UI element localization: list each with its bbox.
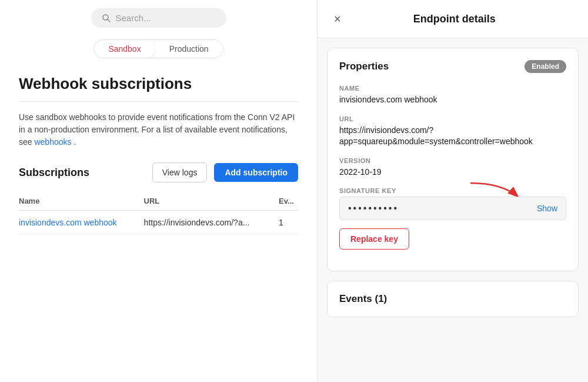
version-value: 2022-10-19 <box>339 167 566 178</box>
enabled-badge: Enabled <box>524 60 566 73</box>
page-title: Webhook subscriptions <box>19 75 298 93</box>
search-icon <box>102 14 111 23</box>
name-label: NAME <box>339 85 566 92</box>
subscriptions-header: Subscriptions View logs Add subscriptio <box>19 162 298 182</box>
signature-key-arrow-wrapper: •••••••••• Show <box>339 197 566 220</box>
webhooks-link[interactable]: webhooks <box>34 137 71 147</box>
webhook-name-link[interactable]: invisiondevs.com webhook <box>19 218 117 227</box>
properties-card: Properties Enabled NAME invisiondevs.com… <box>327 48 579 271</box>
close-button[interactable]: × <box>332 11 343 27</box>
replace-key-button[interactable]: Replace key <box>339 228 409 250</box>
toggle-container: Sandbox Production <box>93 39 223 58</box>
search-bar-container: Search... <box>19 0 298 39</box>
url-label: URL <box>339 115 566 122</box>
properties-card-header: Properties Enabled <box>339 60 566 73</box>
name-property: NAME invisiondevs.com webhook <box>339 85 566 106</box>
right-panel: × Endpoint details Properties Enabled NA… <box>318 0 588 382</box>
search-placeholder: Search... <box>116 13 151 23</box>
description-end: . <box>74 137 76 147</box>
version-label: VERSION <box>339 157 566 164</box>
signature-key-label: SIGNATURE KEY <box>339 187 566 194</box>
version-property: VERSION 2022-10-19 <box>339 157 566 178</box>
sandbox-tab[interactable]: Sandbox <box>94 40 155 58</box>
subscriptions-table: Name URL Ev... invisiondevs.com webhook … <box>19 192 298 235</box>
left-panel: Search... Sandbox Production Webhook sub… <box>0 0 318 382</box>
signature-key-field: •••••••••• Show <box>339 197 566 220</box>
description-text: Use sandbox webhooks to provide event no… <box>19 111 298 148</box>
panel-title: Endpoint details <box>353 13 574 25</box>
divider <box>19 101 298 102</box>
signature-key-dots: •••••••••• <box>348 203 537 214</box>
events-card-title: Events (1) <box>339 293 387 304</box>
url-property: URL https://invisiondevs.com/?app=square… <box>339 115 566 148</box>
add-subscription-button[interactable]: Add subscriptio <box>214 163 298 182</box>
col-header-events: Ev... <box>279 192 298 211</box>
events-card: Events (1) <box>327 281 579 317</box>
row-url-cell: https://invisiondevs.com/?a... <box>144 211 279 235</box>
col-header-url: URL <box>144 192 279 211</box>
env-toggle: Sandbox Production <box>19 39 298 58</box>
url-value: https://invisiondevs.com/?app=squareup&m… <box>339 125 566 148</box>
name-value: invisiondevs.com webhook <box>339 94 566 106</box>
panel-header: × Endpoint details <box>318 0 588 38</box>
svg-line-1 <box>108 19 110 22</box>
search-bar[interactable]: Search... <box>91 8 226 28</box>
row-events-cell: 1 <box>279 211 298 235</box>
table-row: invisiondevs.com webhook https://invisio… <box>19 211 298 235</box>
row-name-cell: invisiondevs.com webhook <box>19 211 144 235</box>
subscriptions-title: Subscriptions <box>19 167 145 179</box>
properties-card-title: Properties <box>339 61 389 72</box>
show-key-button[interactable]: Show <box>537 204 557 213</box>
view-logs-button[interactable]: View logs <box>152 162 208 182</box>
signature-key-property: SIGNATURE KEY •••••••••• Show Replace ke… <box>339 187 566 250</box>
production-tab[interactable]: Production <box>155 40 223 58</box>
col-header-name: Name <box>19 192 144 211</box>
